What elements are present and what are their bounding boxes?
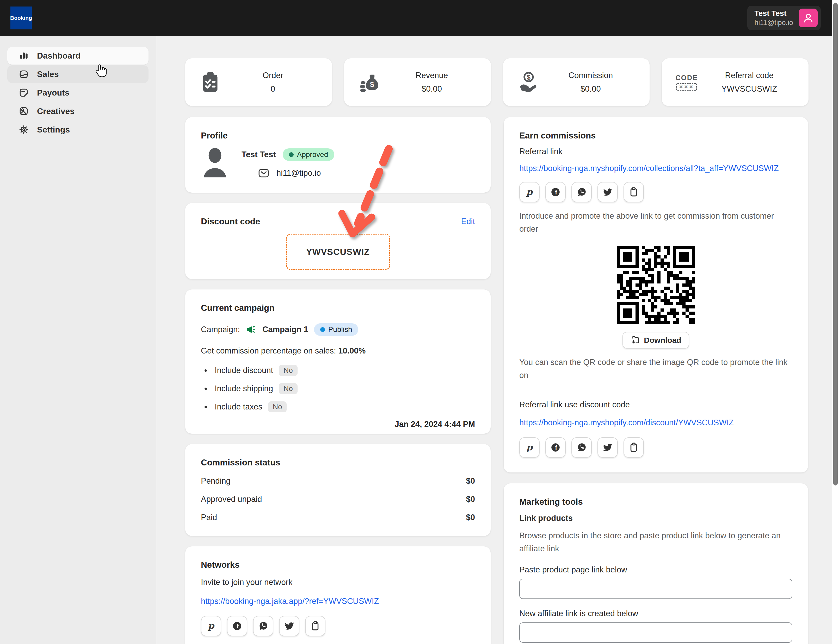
campaign-setting-item: Include shipping No <box>204 383 475 394</box>
paste-product-link-input[interactable] <box>519 579 792 599</box>
sidebar: Dashboard Sales Payouts Creatives <box>0 36 157 644</box>
sidebar-item-settings[interactable]: Settings <box>7 121 148 138</box>
setting-value-pill: No <box>279 383 298 394</box>
marketing-title: Marketing tools <box>519 497 792 507</box>
qr-code <box>613 243 698 327</box>
profile-card: Profile Test Test Approved <box>185 117 491 193</box>
badge-dot <box>289 152 293 157</box>
twitter-share-button[interactable] <box>279 616 299 636</box>
scrollbar-track[interactable] <box>832 0 839 644</box>
twitter-icon <box>284 621 295 631</box>
networks-card: Networks Invite to join your network htt… <box>185 546 491 644</box>
svg-text:f: f <box>555 444 557 451</box>
referral-link-label: Referral link <box>519 147 792 156</box>
commission-status-title: Commission status <box>201 458 475 468</box>
earn-title: Earn commissions <box>519 131 792 141</box>
pinterest-icon: p <box>524 187 535 197</box>
right-column: Earn commissions Referral link https://b… <box>504 117 808 644</box>
sidebar-item-label: Payouts <box>37 88 69 98</box>
whatsapp-share-button[interactable] <box>253 616 273 636</box>
referral-link[interactable]: https://booking-nga.myshopify.com/collec… <box>519 163 779 175</box>
pinterest-share-button[interactable]: p <box>519 437 540 458</box>
setting-value-pill: No <box>279 365 298 376</box>
network-invite-link[interactable]: https://booking-nga.jaka.app/?ref=YWVSCU… <box>201 595 379 608</box>
stat-card-order: Order 0 <box>185 58 332 106</box>
commission-status-card: Commission status Pending $0 Approved un… <box>185 444 491 536</box>
campaign-setting-item: Include discount No <box>204 365 475 376</box>
pinterest-share-button[interactable]: p <box>201 616 221 636</box>
campaign-title: Current campaign <box>201 303 475 313</box>
profile-title: Profile <box>201 131 475 141</box>
download-qr-button[interactable]: Download <box>623 332 689 348</box>
status-row-paid: Paid $0 <box>201 513 475 522</box>
networks-title: Networks <box>201 560 475 570</box>
pinterest-icon: p <box>206 621 216 631</box>
copy-link-button[interactable] <box>623 437 644 458</box>
whatsapp-icon <box>258 621 269 631</box>
copy-link-button[interactable] <box>305 616 325 636</box>
clipboard-icon <box>628 442 639 453</box>
user-avatar[interactable] <box>799 8 818 27</box>
facebook-share-button[interactable]: f <box>227 616 247 636</box>
booking-logo[interactable]: Booking <box>10 7 32 30</box>
edit-discount-link[interactable]: Edit <box>461 217 475 226</box>
discount-code-title: Discount code <box>201 217 260 227</box>
twitter-share-button[interactable] <box>597 182 618 202</box>
copy-link-button[interactable] <box>623 182 644 202</box>
sidebar-item-sales[interactable]: Sales <box>7 65 148 83</box>
facebook-share-button[interactable]: f <box>546 182 566 202</box>
stat-value: $0.00 <box>381 84 483 94</box>
svg-text:f: f <box>237 623 239 630</box>
affiliate-dashboard-page: Booking Test Test hi11@tipo.io Dashboar <box>0 0 839 644</box>
earn-commissions-card: Earn commissions Referral link https://b… <box>504 117 808 472</box>
pinterest-icon: p <box>524 442 535 453</box>
pinterest-share-button[interactable]: p <box>519 182 540 202</box>
commission-value: 10.00% <box>338 346 366 355</box>
link-products-subtitle: Link products <box>519 514 792 523</box>
sidebar-item-payouts[interactable]: Payouts <box>7 84 148 102</box>
twitter-icon <box>602 187 613 197</box>
whatsapp-share-button[interactable] <box>571 437 592 458</box>
download-icon <box>630 335 640 345</box>
main-content: Order 0 $ Revenue $0.00 <box>157 36 832 644</box>
facebook-icon: f <box>550 187 561 197</box>
clipboard-icon <box>628 187 639 197</box>
profile-avatar-icon <box>201 147 229 180</box>
user-menu[interactable]: Test Test hi11@tipo.io <box>747 6 821 30</box>
stat-value: 0 <box>222 84 324 94</box>
gear-icon <box>18 124 29 135</box>
qr-code-wrap <box>613 243 698 327</box>
twitter-share-button[interactable] <box>597 437 618 458</box>
hand-coin-icon: $ <box>517 71 540 94</box>
new-affiliate-link-input[interactable] <box>519 623 792 643</box>
scrollbar-thumb[interactable] <box>833 3 838 485</box>
stat-label: Revenue <box>381 71 483 80</box>
whatsapp-share-button[interactable] <box>571 182 592 202</box>
sidebar-item-creatives[interactable]: Creatives <box>7 102 148 120</box>
campaign-field-label: Campaign: <box>201 325 240 334</box>
qr-hint-text: You can scan the QR code or share the im… <box>519 356 790 382</box>
order-clipboard-icon <box>199 71 222 94</box>
stat-label: Commission <box>540 71 642 80</box>
stat-label: Referral code <box>698 71 801 80</box>
campaign-name: Campaign 1 <box>262 325 308 334</box>
sidebar-item-dashboard[interactable]: Dashboard <box>7 47 148 64</box>
facebook-share-button[interactable]: f <box>546 437 566 458</box>
svg-text:p: p <box>526 187 533 197</box>
bar-chart-icon <box>18 50 29 61</box>
discount-code-card: Discount code Edit YWVSCUSWIZ <box>185 203 491 279</box>
status-row-approved-unpaid: Approved unpaid $0 <box>201 495 475 504</box>
facebook-icon: f <box>232 621 242 631</box>
inbox-icon <box>18 69 29 80</box>
left-column: Profile Test Test Approved <box>185 117 491 644</box>
booking-logo-text: Booking <box>10 15 32 21</box>
profile-name: Test Test <box>242 150 276 159</box>
svg-text:p: p <box>526 442 533 452</box>
person-icon <box>803 12 814 24</box>
created-link-label: New affiliate link is created below <box>519 609 792 618</box>
badge-dot <box>320 327 325 332</box>
sidebar-item-label: Settings <box>37 125 70 135</box>
discount-referral-link[interactable]: https://booking-nga.myshopify.com/discou… <box>519 417 734 429</box>
svg-text:p: p <box>208 621 215 631</box>
facebook-icon: f <box>550 442 561 453</box>
